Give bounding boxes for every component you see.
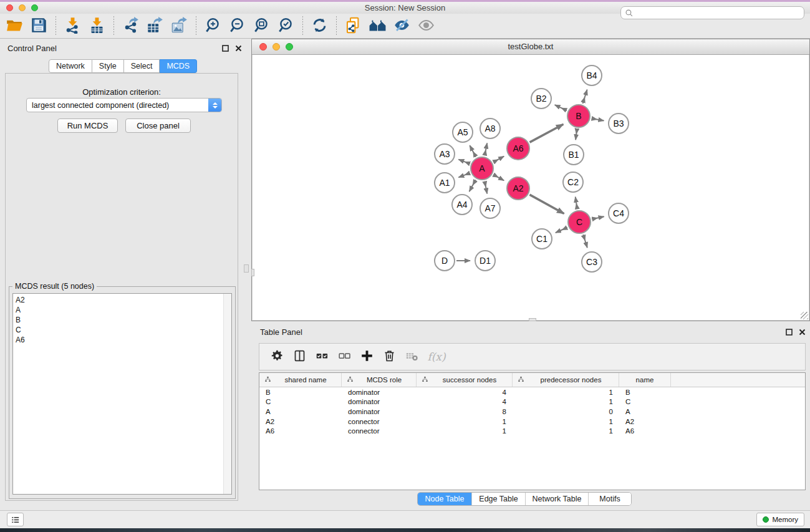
zoom-window-button[interactable] — [31, 4, 38, 11]
run-mcds-button[interactable]: Run MCDS — [57, 118, 118, 133]
table-cell[interactable]: C — [619, 398, 671, 405]
graph-node-b2[interactable]: B2 — [531, 88, 552, 109]
table-cell[interactable]: connector — [342, 418, 417, 425]
column-header-successor-nodes[interactable]: successor nodes — [417, 373, 513, 387]
graph-node-a[interactable]: A — [470, 157, 494, 180]
close-window-button[interactable] — [6, 4, 13, 11]
network-zoom-button[interactable] — [286, 43, 293, 51]
tab-mcds[interactable]: MCDS — [160, 59, 197, 73]
network-canvas[interactable]: B4B2BB3A8A5A6A3B1AA1C2A2A4A7C4CC1C3DD1 — [253, 55, 809, 320]
graph-node-a4[interactable]: A4 — [451, 194, 473, 215]
graph-node-d[interactable]: D — [434, 250, 455, 271]
delete-column-button[interactable] — [378, 347, 400, 367]
graph-node-a3[interactable]: A3 — [434, 143, 455, 165]
mcds-result-list[interactable]: A2ABCA6 — [12, 293, 232, 495]
hide-graphics-details-button[interactable] — [390, 16, 414, 37]
table-close-panel-button[interactable] — [798, 328, 806, 336]
mcds-result-item[interactable]: A2 — [13, 294, 231, 305]
graph-node-c2[interactable]: C2 — [562, 172, 584, 193]
table-cell[interactable]: 1 — [513, 389, 619, 396]
tab-network-table[interactable]: Network Table — [526, 493, 589, 505]
table-row[interactable]: Bdominator41B — [259, 387, 805, 397]
zoom-fit-button[interactable] — [249, 16, 274, 37]
graph-node-c1[interactable]: C1 — [531, 228, 552, 249]
criterion-dropdown[interactable]: largest connected component (directed) — [26, 98, 222, 112]
column-header-shared-name[interactable]: shared name — [259, 373, 342, 387]
table-cell[interactable]: A2 — [259, 418, 342, 425]
table-row[interactable]: A6connector11A6 — [259, 426, 805, 436]
table-cell[interactable]: A2 — [619, 418, 671, 425]
table-cell[interactable]: A — [259, 408, 342, 415]
bottom-edge-grip[interactable] — [529, 318, 536, 321]
graph-node-c4[interactable]: C4 — [608, 203, 629, 224]
scrollbar-track[interactable] — [223, 294, 231, 494]
table-cell[interactable]: 4 — [417, 389, 513, 396]
graph-node-b[interactable]: B — [567, 104, 591, 128]
graph-node-c3[interactable]: C3 — [581, 251, 602, 273]
zoom-selected-button[interactable] — [274, 16, 298, 37]
mcds-result-item[interactable]: A — [13, 305, 231, 315]
home-button[interactable] — [365, 16, 390, 37]
split-panel-button[interactable] — [288, 347, 311, 367]
graph-node-b1[interactable]: B1 — [563, 144, 584, 165]
table-cell[interactable]: 1 — [513, 427, 619, 435]
apply-function-button[interactable]: f(x) — [423, 347, 450, 367]
export-network-button[interactable] — [118, 16, 143, 37]
graph-node-c[interactable]: C — [567, 210, 591, 234]
graph-node-a5[interactable]: A5 — [452, 122, 473, 143]
open-file-button[interactable] — [2, 16, 27, 37]
import-table-button[interactable] — [85, 16, 109, 37]
column-header-MCDS-role[interactable]: MCDS role — [342, 373, 417, 387]
search-field[interactable] — [620, 6, 804, 19]
left-edge-grip[interactable] — [251, 269, 254, 276]
table-settings-button[interactable] — [266, 347, 288, 367]
import-network-button[interactable] — [60, 16, 85, 37]
add-column-button[interactable] — [355, 347, 378, 367]
graph-node-a1[interactable]: A1 — [434, 172, 455, 193]
zoom-in-button[interactable] — [201, 16, 225, 37]
graph-node-a2[interactable]: A2 — [506, 177, 530, 200]
tab-edge-table[interactable]: Edge Table — [472, 493, 526, 505]
table-float-panel-button[interactable] — [785, 328, 793, 336]
table-cell[interactable]: C — [259, 398, 342, 405]
table-cell[interactable]: dominator — [342, 389, 417, 396]
table-cell[interactable]: B — [259, 389, 342, 396]
refresh-button[interactable] — [307, 16, 332, 37]
column-header-predecessor-nodes[interactable]: predecessor nodes — [513, 373, 619, 387]
table-cell[interactable]: dominator — [342, 398, 417, 405]
graph-node-a7[interactable]: A7 — [480, 198, 501, 219]
network-window[interactable]: testGlobe.txt B4B2BB3A8A5A6A3B1AA1C2A2A4… — [251, 39, 810, 321]
table-cell[interactable]: B — [619, 389, 671, 396]
network-window-titlebar[interactable]: testGlobe.txt — [252, 39, 809, 55]
delete-table-button[interactable] — [400, 347, 423, 367]
table-cell[interactable]: 1 — [513, 418, 619, 425]
mcds-result-item[interactable]: A6 — [13, 335, 231, 345]
tab-style[interactable]: Style — [92, 59, 124, 73]
network-close-button[interactable] — [259, 43, 267, 51]
table-cell[interactable]: connector — [342, 427, 417, 435]
table-cell[interactable]: 1 — [513, 398, 619, 405]
table-cell[interactable]: 0 — [513, 408, 619, 415]
duplicate-network-button[interactable] — [341, 16, 365, 37]
memory-button[interactable]: Memory — [756, 513, 804, 526]
minimize-window-button[interactable] — [19, 4, 26, 11]
zoom-out-button[interactable] — [225, 16, 249, 37]
node-table[interactable]: shared nameMCDS rolesuccessor nodesprede… — [259, 372, 806, 490]
graph-node-b3[interactable]: B3 — [608, 113, 629, 134]
tab-motifs[interactable]: Motifs — [589, 493, 631, 505]
graph-node-b4[interactable]: B4 — [581, 65, 602, 86]
table-cell[interactable]: A6 — [619, 427, 671, 435]
resize-corner-handle[interactable] — [801, 312, 808, 319]
tab-node-table[interactable]: Node Table — [418, 493, 472, 505]
select-all-checkboxes-button[interactable] — [311, 347, 333, 367]
graph-node-d1[interactable]: D1 — [475, 250, 496, 271]
float-panel-button[interactable] — [221, 44, 229, 52]
network-minimize-button[interactable] — [272, 43, 280, 51]
export-image-button[interactable] — [167, 16, 191, 37]
split-divider-grip[interactable] — [244, 264, 249, 273]
table-row[interactable]: A2connector11A2 — [259, 417, 805, 427]
search-input[interactable] — [635, 8, 804, 18]
tab-select[interactable]: Select — [124, 59, 160, 73]
export-table-button[interactable] — [143, 16, 167, 37]
tab-network[interactable]: Network — [49, 59, 92, 73]
